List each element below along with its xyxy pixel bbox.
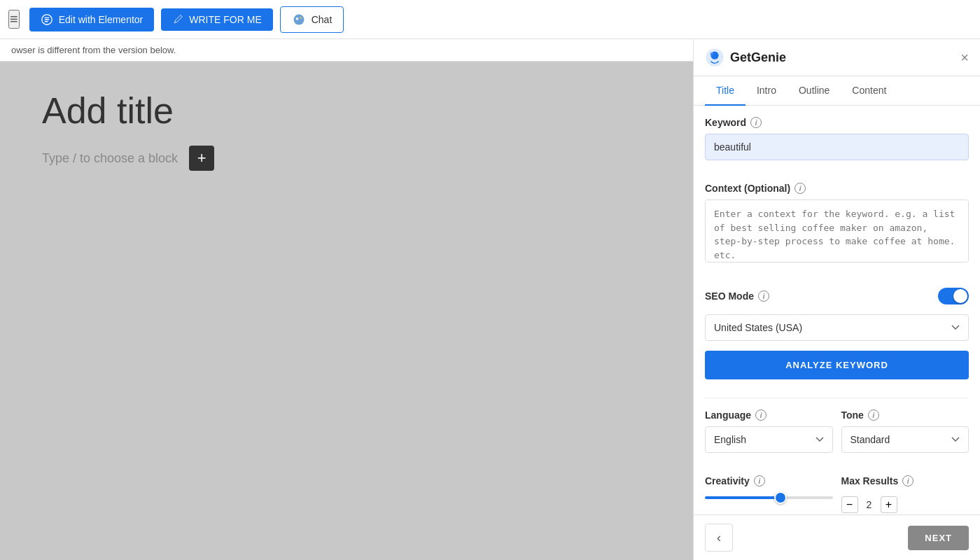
max-results-value: 2: [862, 499, 876, 510]
page-title[interactable]: Add title: [42, 90, 651, 132]
add-block-button[interactable]: +: [189, 146, 214, 171]
context-textarea[interactable]: [705, 200, 969, 262]
keyword-label: Keyword i: [705, 117, 969, 128]
tab-intro[interactable]: Intro: [746, 76, 788, 106]
back-button[interactable]: ‹: [705, 524, 733, 552]
language-tone-row: Language i English Spanish French German…: [705, 410, 969, 464]
svg-point-1: [293, 14, 304, 24]
elementor-icon: [41, 13, 53, 26]
max-results-increment[interactable]: +: [881, 496, 897, 513]
genie-tabs: Title Intro Outline Content: [694, 76, 980, 106]
language-info-icon[interactable]: i: [755, 410, 766, 421]
tab-content[interactable]: Content: [841, 76, 897, 106]
max-results-decrement[interactable]: −: [841, 496, 858, 513]
block-placeholder-row: Type / to choose a block +: [42, 146, 651, 171]
language-select[interactable]: English Spanish French German: [705, 426, 833, 453]
keyword-input[interactable]: [705, 134, 969, 160]
seo-mode-info-icon[interactable]: i: [758, 290, 769, 302]
genie-panel: GetGenie × Title Intro Outline Content K…: [693, 39, 980, 560]
context-label: Context (Optional) i: [705, 183, 969, 194]
svg-point-2: [295, 17, 298, 20]
keyword-field-group: Keyword i: [705, 117, 969, 172]
max-results-label: Max Results i: [841, 475, 969, 486]
max-results-group: Max Results i − 2 +: [841, 475, 969, 513]
write-for-me-button[interactable]: WRITE FOR ME: [161, 8, 272, 31]
language-field-group: Language i English Spanish French German: [705, 410, 833, 453]
keyword-info-icon[interactable]: i: [750, 117, 762, 128]
divider: [705, 398, 969, 398]
creativity-group: Creativity i: [705, 475, 833, 513]
creativity-slider-container: [705, 496, 833, 499]
tab-title[interactable]: Title: [705, 76, 746, 106]
creativity-info-icon[interactable]: i: [754, 475, 765, 486]
next-button[interactable]: NEXT: [908, 526, 969, 550]
language-label: Language i: [705, 410, 833, 421]
genie-logo-icon: [705, 48, 724, 67]
context-info-icon[interactable]: i: [794, 183, 806, 194]
chat-icon: [292, 13, 306, 27]
seo-mode-row: SEO Mode i: [705, 288, 969, 304]
genie-footer: ‹ NEXT: [694, 514, 980, 560]
editor-notice: owser is different from the version belo…: [0, 39, 693, 62]
svg-point-3: [300, 17, 302, 19]
genie-header: GetGenie ×: [694, 39, 980, 76]
country-select[interactable]: United States (USA) United Kingdom Canad…: [705, 314, 969, 341]
block-placeholder-text: Type / to choose a block: [42, 151, 178, 166]
creativity-label: Creativity i: [705, 475, 833, 486]
editor-panel: owser is different from the version belo…: [0, 39, 693, 560]
max-results-controls: − 2 +: [841, 496, 969, 513]
tone-select[interactable]: Standard Formal Casual Friendly: [841, 426, 969, 453]
creativity-slider[interactable]: [705, 496, 833, 499]
write-icon: [172, 14, 183, 25]
edit-elementor-button[interactable]: Edit with Elementor: [29, 8, 155, 31]
genie-body: Keyword i Context (Optional) i SEO Mode …: [694, 106, 980, 514]
genie-close-button[interactable]: ×: [960, 50, 969, 66]
editor-content: Add title Type / to choose a block +: [0, 62, 693, 199]
svg-point-6: [710, 52, 713, 55]
max-results-info-icon[interactable]: i: [902, 475, 913, 486]
main-area: owser is different from the version belo…: [0, 39, 980, 560]
tone-info-icon[interactable]: i: [868, 410, 879, 421]
toolbar: ≡ Edit with Elementor WRITE FOR ME Chat: [0, 0, 980, 39]
analyze-keyword-button[interactable]: ANALYZE KEYWORD: [705, 351, 969, 379]
seo-mode-label: SEO Mode i: [705, 290, 769, 302]
context-field-group: Context (Optional) i: [705, 183, 969, 276]
menu-icon[interactable]: ≡: [8, 10, 20, 29]
creativity-max-results-row: Creativity i Max Results i − 2: [705, 475, 969, 513]
tone-label: Tone i: [841, 410, 969, 421]
tone-field-group: Tone i Standard Formal Casual Friendly: [841, 410, 969, 453]
genie-logo: GetGenie: [705, 48, 786, 67]
seo-mode-toggle[interactable]: [938, 288, 969, 304]
chat-button[interactable]: Chat: [280, 6, 344, 33]
tab-outline[interactable]: Outline: [788, 76, 841, 106]
